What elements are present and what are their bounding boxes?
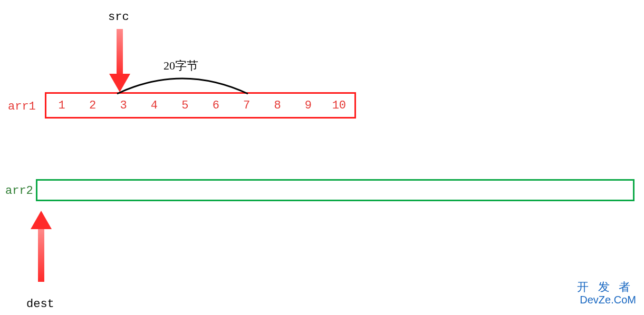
arr1-cell: 4: [139, 99, 169, 112]
arr1-cell: 10: [324, 99, 354, 112]
svg-marker-1: [109, 74, 130, 92]
arr1-cell: 3: [108, 99, 139, 112]
watermark-line1: 开 发 者: [577, 279, 633, 295]
dest-label: dest: [26, 298, 54, 311]
bytes-label: 20字节: [164, 58, 198, 74]
arr1-cell: 8: [262, 99, 293, 112]
src-label: src: [108, 11, 129, 24]
arr1-cell: 5: [170, 99, 200, 112]
arr1-cell: 1: [46, 99, 77, 112]
arr1-cell: 9: [293, 99, 323, 112]
arr1-cell: 2: [77, 99, 108, 112]
dest-arrow-icon: [31, 211, 52, 282]
svg-rect-0: [117, 29, 123, 76]
arr1-cell: 6: [200, 99, 231, 112]
src-arrow-icon: [109, 29, 130, 92]
watermark-line2: DevZe.CoM: [580, 294, 636, 306]
bytes-arc: [117, 78, 248, 94]
diagram-overlay: [0, 0, 644, 315]
arr1-label: arr1: [8, 100, 36, 113]
svg-marker-3: [31, 211, 52, 229]
arr2-label: arr2: [5, 184, 33, 198]
arr1-array-box: 1 2 3 4 5 6 7 8 9 10: [45, 92, 356, 119]
arr2-array-box: [36, 179, 635, 201]
svg-rect-2: [38, 229, 44, 282]
arr1-cell: 7: [231, 99, 262, 112]
